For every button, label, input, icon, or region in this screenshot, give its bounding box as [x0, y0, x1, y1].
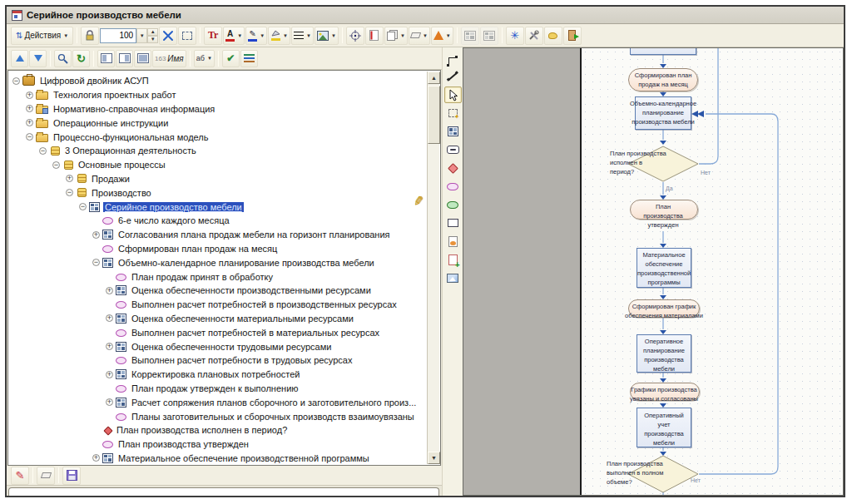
zoom-spinner-up[interactable]: ▲ — [147, 28, 158, 36]
flow-node-partial[interactable] — [630, 48, 696, 55]
tree-item[interactable]: +Нормативно-справочная информация — [9, 102, 426, 116]
marker-button[interactable]: ✎ — [11, 467, 29, 485]
actions-button[interactable]: ⇅ Действия ▼ — [11, 27, 73, 45]
tree-item[interactable]: −Цифровой двойник АСУП — [9, 74, 426, 88]
tree-item[interactable]: −Основные процессы — [9, 158, 426, 172]
pane-left-button[interactable] — [97, 50, 115, 67]
scroll-down-button[interactable]: ▼ — [428, 452, 440, 464]
save-button[interactable] — [62, 467, 81, 485]
tree-item[interactable]: −Объемно-календарное планирование произв… — [9, 255, 426, 269]
move-up-button[interactable] — [11, 50, 28, 67]
event-tool-button[interactable] — [444, 178, 462, 195]
tree-expander-minus[interactable]: − — [12, 77, 20, 85]
pane-both-button[interactable] — [134, 50, 151, 67]
check-button[interactable]: ✔ — [222, 50, 240, 67]
tree-expander-plus[interactable]: + — [106, 287, 113, 294]
tree-item[interactable]: −Производство — [9, 185, 426, 200]
tree-expander-plus[interactable]: + — [106, 343, 113, 350]
tree-expander-minus[interactable]: − — [52, 161, 60, 169]
font-color-button[interactable]: А ▼ — [223, 27, 245, 45]
pointer-tool-button[interactable] — [444, 86, 462, 103]
tree-expander-minus[interactable]: − — [39, 147, 47, 155]
tree-expander-plus[interactable]: + — [92, 454, 100, 462]
tree-item[interactable]: −Процессно-функциональная модель — [9, 130, 426, 144]
tree-item[interactable]: План производства утвержден — [9, 437, 426, 452]
zoom-input[interactable] — [100, 28, 136, 43]
tree-item[interactable]: Сформирован план продаж на месяц — [9, 242, 426, 256]
tree-item[interactable]: −3 Операционная деятельность — [9, 144, 426, 158]
select-special-tool-button[interactable] — [444, 105, 462, 121]
copy-page-button[interactable]: ▼ — [384, 27, 408, 45]
tree-expander-minus[interactable]: − — [26, 133, 33, 141]
picture-button[interactable]: ▼ — [315, 27, 339, 45]
tree-item[interactable]: Выполнен расчет потребностей в материаль… — [9, 325, 426, 339]
fill-color-button[interactable]: ▼ — [268, 27, 290, 45]
tree-expander-plus[interactable]: + — [26, 91, 33, 99]
sort-button[interactable]: аб ▼ — [194, 50, 215, 67]
tree-item[interactable]: +Технология проектных работ — [9, 88, 426, 102]
cone-button[interactable]: ▼ — [431, 27, 453, 45]
highlight-button[interactable] — [544, 27, 562, 45]
collapsed-panel-strip[interactable] — [8, 487, 439, 496]
tree-item[interactable]: +Расчет сопряжения планов сборочного и з… — [9, 395, 426, 409]
document-tool-button[interactable] — [444, 233, 462, 250]
add-page-button[interactable] — [365, 27, 384, 45]
tree-expander-plus[interactable]: + — [66, 175, 73, 182]
exit-button[interactable] — [563, 27, 582, 45]
lock-button[interactable] — [81, 27, 99, 45]
tree-expander-minus[interactable]: − — [79, 203, 87, 210]
line-color-button[interactable]: ✎ ▼ — [245, 27, 267, 45]
tree-item[interactable]: +Корректировка плановых потребностей — [9, 368, 426, 382]
start-tool-button[interactable] — [444, 196, 462, 213]
scroll-up-button[interactable]: ▲ — [428, 72, 440, 84]
eraser-button[interactable]: ▼ — [409, 27, 430, 45]
tree-item[interactable]: −Серийное производство мебели — [9, 200, 426, 214]
tree-expander-minus[interactable]: − — [92, 259, 100, 266]
tree-item[interactable]: План продаж утвержден к выполнению — [9, 382, 426, 396]
action-tool-button[interactable] — [444, 141, 462, 158]
tools-button[interactable] — [525, 27, 543, 45]
zoom-dropdown[interactable]: ▼ — [136, 28, 147, 43]
zoom-region-button[interactable] — [178, 27, 196, 45]
snap-button[interactable] — [346, 27, 364, 45]
tree-item[interactable]: Выполнен расчет потребностей в производс… — [9, 298, 426, 312]
tree-scrollbar[interactable]: ▲ ▼ — [427, 72, 439, 464]
settings-button[interactable] — [240, 50, 258, 67]
tree-expander-plus[interactable]: + — [106, 314, 113, 322]
tree-expander-minus[interactable]: − — [66, 189, 73, 196]
tree-item[interactable]: 6-е число каждого месяца — [9, 214, 426, 228]
rectangle-tool-button[interactable] — [444, 215, 462, 231]
tree-item[interactable]: +Операционные инструкции — [9, 116, 426, 130]
print-button[interactable]: ✳ — [506, 27, 524, 45]
pane-right-button[interactable] — [116, 50, 133, 67]
tree-item[interactable]: +Оценка обеспеченности производственными… — [9, 284, 426, 298]
picture-tool-button[interactable] — [444, 269, 462, 286]
tree-item[interactable]: План продаж принят в обработку — [9, 269, 426, 284]
tree-expander-plus[interactable]: + — [106, 398, 113, 406]
tree-item[interactable]: Выполнен расчет потребности в трудовых р… — [9, 353, 426, 368]
tree-item[interactable]: План производства исполнен в период? — [9, 423, 426, 437]
tree-item[interactable]: Планы заготовительных и сборочных произв… — [9, 409, 426, 423]
tree-expander-plus[interactable]: + — [106, 371, 113, 378]
tree-item[interactable]: +Оценка обеспеченности трудовыми ресурса… — [9, 339, 426, 353]
elbow-connector-tool-button[interactable] — [444, 50, 462, 67]
tree-expander-plus[interactable]: + — [26, 105, 33, 112]
flowchart-canvas[interactable]: Сформирован план продаж на месяц Объемно… — [582, 48, 843, 495]
zoom-spinner-down[interactable]: ▼ — [147, 36, 158, 43]
tree-item[interactable]: +Согласования плана продаж мебели на гор… — [9, 228, 426, 242]
name-mode-button[interactable]: 163 Имя — [152, 50, 186, 67]
process-tool-button[interactable] — [444, 123, 462, 140]
tree-expander-plus[interactable]: + — [92, 231, 100, 239]
document-add-tool-button[interactable] — [444, 251, 462, 268]
refresh-button[interactable]: ↻ — [72, 50, 90, 67]
scroll-thumb[interactable] — [428, 86, 440, 144]
tree-expander-plus[interactable]: + — [26, 119, 33, 126]
move-down-button[interactable] — [29, 50, 47, 67]
text-button[interactable]: Tr — [204, 27, 222, 45]
zoom-fit-button[interactable] — [159, 27, 177, 45]
tree-item[interactable]: +Материальное обеспечение производственн… — [9, 452, 426, 464]
decision-tool-button[interactable] — [444, 160, 462, 176]
tree-item[interactable]: +Оценка обеспеченности материальными рес… — [9, 312, 426, 326]
find-button[interactable] — [54, 50, 72, 67]
eraser2-button[interactable] — [37, 467, 55, 485]
